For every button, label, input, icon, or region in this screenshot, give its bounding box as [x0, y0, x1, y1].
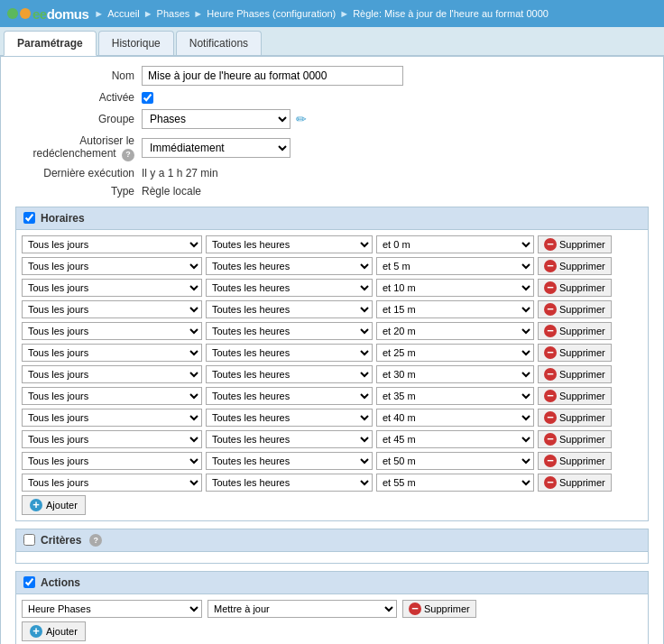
schedule-minus-icon-4: − [544, 325, 557, 337]
schedule-min-select-10[interactable]: et 50 m [376, 452, 534, 470]
schedule-hour-select-4[interactable]: Toutes les heures [206, 322, 373, 340]
schedule-remove-button-7[interactable]: − Supprimer [538, 387, 612, 405]
schedule-minus-icon-10: − [544, 455, 557, 467]
schedule-min-select-8[interactable]: et 40 m [376, 409, 534, 427]
schedule-remove-button-4[interactable]: − Supprimer [538, 322, 612, 340]
autoriser-row: Autoriser leredéclenchement ? Immédiatem… [15, 134, 649, 161]
actions-area: Heure Phases Mettre à jour − Supprimer +… [15, 594, 649, 644]
schedule-hour-select-10[interactable]: Toutes les heures [206, 452, 373, 470]
breadcrumb-arrow-3: ► [193, 8, 203, 19]
schedule-minus-icon-1: − [544, 260, 557, 272]
schedule-minus-icon-7: − [544, 390, 557, 402]
schedule-min-select-6[interactable]: et 30 m [376, 365, 534, 383]
breadcrumb-accueil[interactable]: Accueil [107, 8, 139, 19]
schedule-day-select-11[interactable]: Tous les jours [22, 474, 202, 492]
schedule-minus-icon-8: − [544, 411, 557, 424]
action-device-select[interactable]: Heure Phases [22, 600, 202, 618]
action-row-1: Heure Phases Mettre à jour − Supprimer [22, 600, 642, 618]
type-row: Type Règle locale [15, 185, 649, 198]
schedule-add-button[interactable]: +Ajouter [22, 495, 86, 515]
schedule-day-select-9[interactable]: Tous les jours [22, 430, 202, 448]
action-add-button[interactable]: + Ajouter [22, 621, 86, 641]
schedule-day-select-1[interactable]: Tous les jours [22, 257, 202, 275]
schedule-remove-label-6: Supprimer [559, 369, 605, 380]
schedule-remove-button-5[interactable]: − Supprimer [538, 344, 612, 362]
schedule-min-select-9[interactable]: et 45 m [376, 430, 534, 448]
action-type-select[interactable]: Mettre à jour [208, 600, 397, 618]
schedule-day-select-10[interactable]: Tous les jours [22, 452, 202, 470]
schedule-hour-select-11[interactable]: Toutes les heures [206, 474, 373, 492]
schedule-hour-select-9[interactable]: Toutes les heures [206, 430, 373, 448]
help-icon-criteres[interactable]: ? [89, 534, 102, 547]
actions-checkbox[interactable] [23, 576, 35, 588]
schedule-hour-select-2[interactable]: Toutes les heures [206, 279, 373, 297]
schedule-minus-icon-3: − [544, 303, 557, 316]
schedule-minus-icon-6: − [544, 368, 557, 381]
schedule-min-select-4[interactable]: et 20 m [376, 322, 534, 340]
activee-row: Activée [15, 91, 649, 104]
schedule-day-select-3[interactable]: Tous les jours [22, 300, 202, 318]
tab-parametrage[interactable]: Paramétrage [4, 31, 97, 56]
schedule-remove-button-8[interactable]: − Supprimer [538, 409, 612, 427]
autoriser-label: Autoriser leredéclenchement ? [15, 134, 142, 161]
topbar: eedomus ► Accueil ► Phases ► Heure Phase… [0, 0, 664, 27]
breadcrumb-arrow-1: ► [94, 8, 104, 19]
schedule-minus-icon-9: − [544, 433, 557, 446]
schedule-day-select-4[interactable]: Tous les jours [22, 322, 202, 340]
schedule-min-select-7[interactable]: et 35 m [376, 387, 534, 405]
tab-notifications[interactable]: Notifications [176, 31, 262, 55]
activee-checkbox[interactable] [142, 92, 153, 104]
schedule-minus-icon-0: − [544, 238, 557, 251]
schedule-remove-button-10[interactable]: − Supprimer [538, 452, 612, 470]
schedule-remove-label-11: Supprimer [559, 477, 605, 488]
breadcrumb-phases[interactable]: Phases [157, 8, 190, 19]
action-remove-button[interactable]: − Supprimer [402, 600, 476, 618]
schedule-hour-select-5[interactable]: Toutes les heures [206, 344, 373, 362]
schedule-row: Tous les jours Toutes les heures et 10 m… [22, 279, 642, 297]
tab-historique[interactable]: Historique [98, 31, 174, 55]
horaires-checkbox[interactable] [23, 212, 35, 224]
schedule-remove-button-11[interactable]: − Supprimer [538, 474, 612, 492]
schedule-remove-button-6[interactable]: − Supprimer [538, 365, 612, 383]
action-remove-label: Supprimer [424, 603, 470, 614]
help-icon-autoriser[interactable]: ? [122, 149, 134, 161]
edit-icon[interactable]: ✏ [296, 112, 307, 126]
actions-header: Actions [15, 571, 649, 594]
schedule-remove-button-1[interactable]: − Supprimer [538, 257, 612, 275]
schedule-min-select-0[interactable]: et 0 m [376, 235, 534, 253]
eedomus-text: eedomus [32, 6, 88, 22]
schedule-day-select-8[interactable]: Tous les jours [22, 409, 202, 427]
schedule-remove-label-7: Supprimer [559, 391, 605, 401]
schedule-remove-button-0[interactable]: − Supprimer [538, 235, 612, 253]
groupe-select[interactable]: Phases [142, 109, 290, 129]
schedule-day-select-7[interactable]: Tous les jours [22, 387, 202, 405]
schedule-remove-button-3[interactable]: − Supprimer [538, 300, 612, 318]
schedule-remove-button-2[interactable]: − Supprimer [538, 279, 612, 297]
schedule-min-select-11[interactable]: et 55 m [376, 474, 534, 492]
schedule-min-select-3[interactable]: et 15 m [376, 300, 534, 318]
nom-input[interactable] [142, 66, 403, 86]
schedule-hour-select-0[interactable]: Toutes les heures [206, 235, 373, 253]
schedule-remove-button-9[interactable]: − Supprimer [538, 430, 612, 448]
schedule-hour-select-3[interactable]: Toutes les heures [206, 300, 373, 318]
logo: eedomus [7, 6, 88, 22]
schedule-hour-select-7[interactable]: Toutes les heures [206, 387, 373, 405]
schedule-day-select-5[interactable]: Tous les jours [22, 344, 202, 362]
schedule-min-select-2[interactable]: et 10 m [376, 279, 534, 297]
schedule-min-select-1[interactable]: et 5 m [376, 257, 534, 275]
schedule-hour-select-8[interactable]: Toutes les heures [206, 409, 373, 427]
schedule-hour-select-6[interactable]: Toutes les heures [206, 365, 373, 383]
schedule-remove-label-9: Supprimer [559, 434, 605, 445]
schedule-hour-select-1[interactable]: Toutes les heures [206, 257, 373, 275]
breadcrumb-regle[interactable]: Règle: Mise à jour de l'heure au format … [353, 8, 549, 19]
horaires-header: Horaires [15, 207, 649, 230]
autoriser-select[interactable]: Immédiatement [142, 138, 290, 158]
schedule-min-select-5[interactable]: et 25 m [376, 344, 534, 362]
criteres-checkbox[interactable] [23, 534, 35, 546]
breadcrumb-heure-phases[interactable]: Heure Phases (configuration) [207, 8, 336, 19]
schedule-remove-label-8: Supprimer [559, 412, 605, 423]
schedule-day-select-6[interactable]: Tous les jours [22, 365, 202, 383]
schedule-remove-label-4: Supprimer [559, 326, 605, 336]
schedule-day-select-0[interactable]: Tous les jours [22, 235, 202, 253]
schedule-day-select-2[interactable]: Tous les jours [22, 279, 202, 297]
